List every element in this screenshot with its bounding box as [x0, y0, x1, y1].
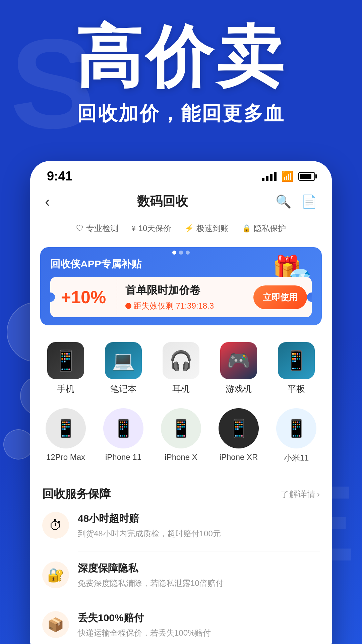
service-privacy-info: 深度保障隐私 免费深度隐私清除，若隐私泄露10倍赔付: [78, 561, 224, 589]
model-iphone11[interactable]: 📱 iPhone 11: [95, 408, 152, 463]
service-item-lost: 📦 丢失100%赔付 快递运输全程保价，若丢失100%赔付: [42, 611, 320, 638]
signal-icon: [262, 172, 277, 181]
hero-section: 高价卖 回收加价，能回更多血: [0, 20, 362, 127]
model-label-iphonex: iPhone X: [165, 452, 197, 462]
lock-icon: 🔒: [242, 224, 251, 233]
category-label-earphone: 耳机: [172, 383, 190, 395]
back-button[interactable]: ‹: [45, 193, 50, 210]
countdown-text: 距失效仅剩 71:39:18.3: [133, 301, 214, 311]
hero-subtitle: 回收加价，能回更多血: [0, 101, 362, 127]
category-label-laptop: 笔记本: [110, 383, 136, 395]
clock-icon: ⏱: [49, 518, 62, 533]
model-iphone11-img: 📱: [103, 408, 143, 448]
service-lost-name: 丢失100%赔付: [78, 611, 211, 625]
service-item-privacy: 🔐 深度保障隐私 免费深度隐私清除，若隐私泄露10倍赔付: [42, 561, 320, 589]
badge-price: ¥ 10天保价: [132, 223, 172, 234]
laptop-category-icon: 💻: [105, 342, 142, 379]
badge-privacy: 🔒 隐私保护: [242, 223, 286, 234]
service-lost-icon: 📦: [42, 611, 69, 638]
service-48h-info: 48小时超时赔 到货48小时内完成质检，超时赔付100元: [78, 512, 221, 539]
package-icon: 📦: [47, 617, 64, 633]
model-12promax-img: 📱: [46, 408, 86, 448]
category-label-phone: 手机: [57, 383, 74, 395]
service-section: 回收服务保障 了解详情 › ⏱ 48小时超时赔 到货48小时内完成质检，超时赔付…: [30, 476, 332, 644]
status-icons: 📶: [262, 170, 315, 182]
nav-title: 数码回收: [137, 193, 188, 210]
quick-models-section: 📱 12Pro Max 📱 iPhone 11 📱 iPhone X: [30, 408, 332, 470]
model-12promax[interactable]: 📱 12Pro Max: [37, 408, 95, 463]
service-privacy-name: 深度保障隐私: [78, 561, 224, 575]
badge-fast: ⚡ 极速到账: [185, 223, 229, 234]
phone-mockup: 9:41 📶 ‹ 数码回收 🔍 📄: [30, 161, 332, 644]
coupon-countdown: 距失效仅剩 71:39:18.3: [125, 301, 241, 311]
status-bar: 9:41 📶: [30, 161, 332, 187]
service-lost-desc: 快递运输全程保价，若丢失100%赔付: [78, 628, 211, 638]
yuan-icon: ¥: [132, 224, 136, 233]
model-xiaomi11[interactable]: 📱 小米11: [267, 408, 325, 463]
badge-label-3: 隐私保护: [254, 223, 286, 234]
tablet-category-icon: 📱: [278, 342, 315, 379]
service-divider-1: [78, 551, 320, 551]
battery-icon: [298, 172, 315, 181]
model-xiaomi11-img: 📱: [276, 408, 316, 448]
badge-label-1: 10天保价: [138, 223, 172, 234]
hero-title: 高价卖: [0, 20, 362, 94]
coupon-card: +10% 首单限时加价卷 距失效仅剩 71:39:18.3 立即使用: [50, 277, 312, 317]
game-category-icon: 🎮: [220, 342, 257, 379]
category-earphone[interactable]: 🎧 耳机: [154, 342, 208, 395]
model-label-12promax: 12Pro Max: [46, 452, 85, 462]
model-iphonex-img: 📱: [161, 408, 201, 448]
model-row: 📱 12Pro Max 📱 iPhone 11 📱 iPhone X: [37, 408, 325, 463]
model-label-iphone11: iPhone 11: [105, 452, 141, 462]
document-icon[interactable]: 📄: [301, 194, 317, 209]
category-laptop[interactable]: 💻 笔记本: [97, 342, 150, 395]
feature-badges: 🛡 专业检测 ¥ 10天保价 ⚡ 极速到账 🔒 隐私保护: [30, 216, 332, 240]
coupon-info: 首单限时加价卷 距失效仅剩 71:39:18.3: [117, 277, 249, 317]
service-divider-2: [78, 601, 320, 601]
coupon-title: 首单限时加价卷: [125, 283, 241, 298]
wifi-icon: 📶: [281, 170, 294, 182]
shield-privacy-icon: 🔐: [47, 567, 64, 583]
shield-icon: 🛡: [76, 224, 83, 233]
promo-banner: 回收侠APP专属补贴 🎁 💎 +10% 首单限时加价卷 距失效仅剩 71:39:…: [40, 247, 322, 325]
badge-professional: 🛡 专业检测: [76, 223, 118, 234]
chevron-right-icon: ›: [317, 489, 320, 499]
coupon-discount: +10%: [50, 279, 117, 315]
model-label-iphonexr: iPhone XR: [220, 452, 258, 462]
service-48h-name: 48小时超时赔: [78, 512, 221, 526]
lightning-icon: ⚡: [185, 224, 194, 233]
countdown-dot-icon: [125, 303, 131, 309]
badge-label-0: 专业检测: [86, 223, 118, 234]
model-iphonexr-img: 📱: [219, 408, 259, 448]
coupon-use-button[interactable]: 立即使用: [253, 285, 307, 309]
service-lost-info: 丢失100%赔付 快递运输全程保价，若丢失100%赔付: [78, 611, 211, 638]
model-iphonex[interactable]: 📱 iPhone X: [152, 408, 210, 463]
service-48h-icon: ⏱: [42, 512, 69, 539]
service-item-48h: ⏱ 48小时超时赔 到货48小时内完成质检，超时赔付100元: [42, 512, 320, 539]
service-more-link[interactable]: 了解详情 ›: [281, 488, 320, 500]
search-icon[interactable]: 🔍: [276, 194, 291, 209]
status-time: 9:41: [47, 169, 72, 183]
service-more-label: 了解详情: [281, 488, 315, 500]
service-privacy-desc: 免费深度隐私清除，若隐私泄露10倍赔付: [78, 578, 224, 589]
nav-action-icons: 🔍 📄: [276, 194, 317, 209]
category-tablet[interactable]: 📱 平板: [269, 342, 323, 395]
category-section: 📱 手机 💻 笔记本 🎧 耳机: [30, 332, 332, 408]
section-divider: [42, 470, 320, 470]
category-phone[interactable]: 📱 手机: [39, 342, 93, 395]
nav-bar: ‹ 数码回收 🔍 📄: [30, 187, 332, 216]
model-iphonexr[interactable]: 📱 iPhone XR: [210, 408, 267, 463]
service-title: 回收服务保障: [42, 486, 111, 502]
promo-dots: [172, 251, 190, 255]
service-privacy-icon: 🔐: [42, 561, 69, 588]
phone-category-icon: 📱: [47, 342, 84, 379]
bubble-3: [3, 429, 34, 460]
earphone-category-icon: 🎧: [163, 342, 199, 379]
service-header: 回收服务保障 了解详情 ›: [42, 486, 320, 502]
category-label-game: 游戏机: [226, 383, 252, 395]
category-row-1: 📱 手机 💻 笔记本 🎧 耳机: [37, 342, 325, 395]
category-label-tablet: 平板: [288, 383, 305, 395]
badge-label-2: 极速到账: [196, 223, 229, 234]
category-game[interactable]: 🎮 游戏机: [212, 342, 265, 395]
service-48h-desc: 到货48小时内完成质检，超时赔付100元: [78, 528, 221, 539]
